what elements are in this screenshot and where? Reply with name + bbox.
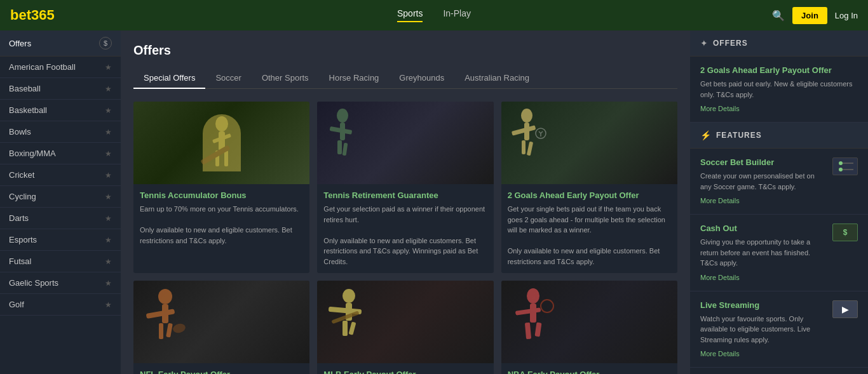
logo[interactable]: bet365: [10, 7, 55, 23]
svg-point-35: [839, 161, 843, 165]
offer-card-tennis-accumulator[interactable]: Tennis Accumulator Bonus Earn up to 70% …: [133, 102, 309, 273]
svg-rect-14: [522, 140, 526, 154]
svg-rect-27: [349, 322, 356, 335]
cash-out-title: Cash Out: [700, 224, 737, 233]
offer-card-nfl[interactable]: NFL Early Payout Offer Get your single b…: [133, 281, 309, 374]
right-offers-title: OFFERS: [713, 39, 748, 48]
nav-sports[interactable]: Sports: [397, 8, 423, 22]
main-nav: Sports In-Play: [397, 8, 471, 22]
layout: Offers $ American Football ★ Baseball ★ …: [0, 30, 868, 374]
live-streaming-thumb: ▶: [832, 300, 858, 318]
live-streaming-desc: Watch your favourite sports. Only availa…: [700, 314, 826, 345]
star-icon: ★: [105, 106, 112, 115]
svg-rect-26: [342, 321, 348, 336]
offer-title-tennis-retirement: Tennis Retirement Guarantee: [323, 190, 487, 200]
sidebar-item-futsal[interactable]: Futsal ★: [0, 251, 121, 272]
offer-card-2goals[interactable]: 2 Goals Ahead Early Payout Offer Get you…: [501, 102, 677, 273]
page-title: Offers: [133, 43, 677, 58]
svg-rect-15: [526, 142, 532, 156]
right-feature-text-live-streaming: Live Streaming Watch your favourite spor…: [700, 300, 826, 359]
right-feature-row-live-streaming: Live Streaming Watch your favourite spor…: [700, 300, 858, 359]
cash-out-desc: Giving you the opportunity to take a ret…: [700, 237, 826, 269]
tab-other-sports[interactable]: Other Sports: [252, 68, 319, 89]
offer-card-mlb[interactable]: MLB Early Payout Offer Get your single b…: [317, 281, 493, 374]
star-icon: ★: [105, 63, 112, 72]
tab-soccer[interactable]: Soccer: [205, 68, 251, 89]
svg-point-0: [215, 116, 228, 131]
svg-point-6: [337, 109, 348, 123]
star-icon: ★: [105, 84, 112, 93]
offer-card-nba[interactable]: NBA Early Payout Offer Get your single b…: [501, 281, 677, 374]
star-icon: ★: [105, 149, 112, 158]
sidebar-item-esports[interactable]: Esports ★: [0, 229, 121, 251]
right-feature-live-streaming: Live Streaming Watch your favourite spor…: [690, 291, 868, 368]
offer-body-nfl: NFL Early Payout Offer Get your single b…: [133, 363, 309, 374]
left-sidebar: Offers $ American Football ★ Baseball ★ …: [0, 30, 121, 374]
svg-point-29: [527, 288, 539, 304]
svg-rect-4: [224, 150, 228, 166]
lightning-features-icon: ⚡: [700, 130, 711, 140]
sidebar-item-cricket[interactable]: Cricket ★: [0, 164, 121, 186]
offer-image-2goals: [501, 102, 677, 184]
sidebar-item-american-football[interactable]: American Football ★: [0, 57, 121, 78]
offer-body-nba: NBA Early Payout Offer Get your single b…: [501, 363, 677, 374]
svg-point-17: [158, 289, 172, 304]
svg-rect-13: [512, 125, 536, 136]
tab-australian-racing[interactable]: Australian Racing: [454, 68, 539, 89]
right-feature-text-soccer-bet-builder: Soccer Bet Builder Create your own perso…: [700, 157, 826, 205]
svg-point-22: [172, 323, 187, 335]
right-feature-soccer-bet-builder: Soccer Bet Builder Create your own perso…: [690, 149, 868, 215]
tab-greyhounds[interactable]: Greyhounds: [389, 68, 454, 89]
offer-body-mlb: MLB Early Payout Offer Get your single b…: [317, 363, 493, 374]
svg-rect-20: [159, 323, 163, 339]
offer-card-tennis-retirement[interactable]: Tennis Retirement Guarantee Get your sel…: [317, 102, 493, 273]
offer-body-2goals: 2 Goals Ahead Early Payout Offer Get you…: [501, 184, 677, 273]
live-streaming-more-details[interactable]: More Details: [700, 350, 740, 357]
join-button[interactable]: Join: [792, 7, 827, 24]
svg-rect-33: [534, 323, 541, 337]
tab-horse-racing[interactable]: Horse Racing: [319, 68, 390, 89]
soccer-bet-builder-thumb: [832, 157, 858, 175]
right-sidebar: ✦ OFFERS 2 Goals Ahead Early Payout Offe…: [690, 30, 868, 374]
right-feature-row-soccer-bet-builder: Soccer Bet Builder Create your own perso…: [700, 157, 858, 205]
header: bet365 Sports In-Play 🔍 Join Log In: [0, 0, 868, 30]
offers-grid: Tennis Accumulator Bonus Earn up to 70% …: [133, 102, 677, 374]
sidebar-item-boxing-mma[interactable]: Boxing/MMA ★: [0, 143, 121, 164]
offer-desc-tennis-retirement: Get your selection paid as a winner if t…: [323, 204, 487, 267]
sidebar-item-cycling[interactable]: Cycling ★: [0, 186, 121, 208]
svg-rect-10: [342, 143, 348, 156]
offer-image-nfl: [133, 281, 309, 363]
sidebar-item-darts[interactable]: Darts ★: [0, 208, 121, 229]
play-icon: ▶: [842, 304, 849, 314]
right-offers-more-details[interactable]: More Details: [700, 105, 740, 112]
right-offers-header: ✦ OFFERS: [690, 30, 868, 57]
sidebar-header: Offers $: [0, 30, 121, 57]
offer-image-mlb: [317, 281, 493, 363]
cash-out-more-details[interactable]: More Details: [700, 274, 740, 281]
star-icon: ★: [105, 236, 112, 244]
search-button[interactable]: 🔍: [772, 10, 785, 22]
sidebar-item-baseball[interactable]: Baseball ★: [0, 78, 121, 100]
offer-desc-tennis-accumulator: Earn up to 70% more on your Tennis accum…: [140, 204, 303, 246]
right-feature-cash-out: Cash Out Giving you the opportunity to t…: [690, 215, 868, 291]
svg-point-34: [541, 300, 553, 312]
login-button[interactable]: Log In: [835, 11, 858, 20]
logo-highlight: 365: [31, 7, 55, 23]
header-actions: 🔍 Join Log In: [772, 7, 858, 24]
sidebar-item-bowls[interactable]: Bowls ★: [0, 121, 121, 143]
soccer-bet-builder-more-details[interactable]: More Details: [700, 197, 740, 204]
right-features-header: ⚡ FEATURES: [690, 123, 868, 149]
offer-title-2goals: 2 Goals Ahead Early Payout Offer: [508, 190, 671, 200]
right-features-title: FEATURES: [716, 131, 762, 140]
sidebar-item-basketball[interactable]: Basketball ★: [0, 100, 121, 121]
offer-title-tennis-accumulator: Tennis Accumulator Bonus: [140, 190, 303, 200]
right-feature-row-cash-out: Cash Out Giving you the opportunity to t…: [700, 224, 858, 282]
tab-special-offers[interactable]: Special Offers: [133, 68, 205, 89]
sidebar-item-golf[interactable]: Golf ★: [0, 294, 121, 316]
cash-out-thumb: $: [832, 224, 858, 241]
offer-tabs: Special Offers Soccer Other Sports Horse…: [133, 68, 677, 89]
sidebar-item-gaelic-sports[interactable]: Gaelic Sports ★: [0, 272, 121, 294]
star-icon: ★: [105, 214, 112, 223]
nav-inplay[interactable]: In-Play: [443, 8, 471, 22]
star-icon: ★: [105, 279, 112, 288]
